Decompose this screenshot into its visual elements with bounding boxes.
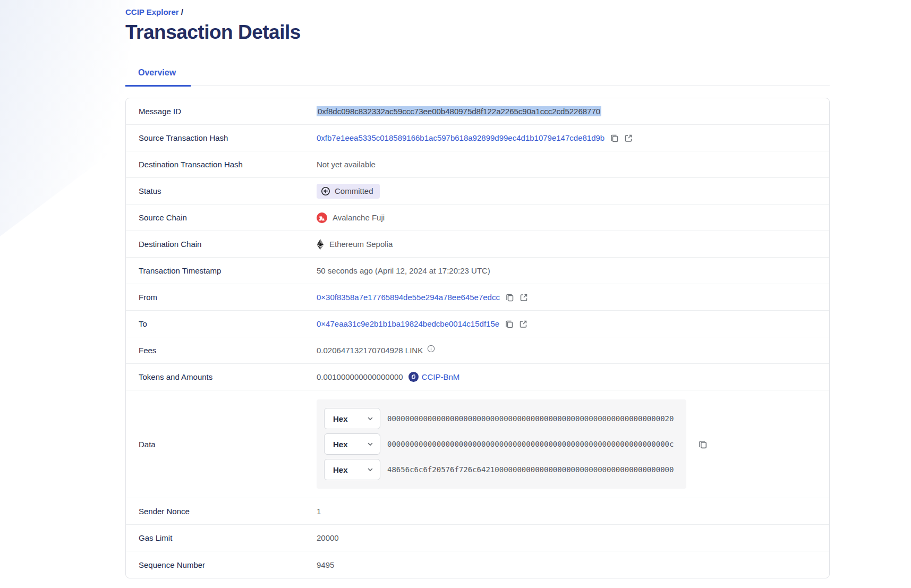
table-row-sequence-number: Sequence Number 9495 <box>126 551 829 578</box>
breadcrumb-separator: / <box>181 7 183 16</box>
encoding-select[interactable]: Hex <box>324 433 380 455</box>
external-link-icon[interactable] <box>624 133 633 143</box>
data-label: Data <box>126 440 317 449</box>
external-link-icon[interactable] <box>519 293 529 302</box>
chevron-down-icon <box>367 441 373 447</box>
transaction-details-page: CCIP Explorer / Transaction Details Over… <box>125 0 830 578</box>
table-row-from: From 0×30f8358a7e17765894de55e294a78ee64… <box>126 284 829 311</box>
fees-label: Fees <box>126 346 317 355</box>
from-label: From <box>126 293 317 302</box>
tab-overview[interactable]: Overview <box>125 64 191 87</box>
token-symbol-link[interactable]: CCIP-BnM <box>422 372 460 381</box>
source-chain-label: Source Chain <box>126 213 317 222</box>
data-line: Hex 48656c6c6f20576f726c6421000000000000… <box>324 459 679 480</box>
message-id-label: Message ID <box>126 107 317 116</box>
encoding-select-value: Hex <box>333 414 348 423</box>
dest-chain-label: Destination Chain <box>126 240 317 249</box>
table-row-tokens: Tokens and Amounts 0.001000000000000000 … <box>126 364 829 390</box>
encoding-select-value: Hex <box>333 465 348 474</box>
data-hex-value: 48656c6c6f20576f726c64210000000000000000… <box>387 465 674 474</box>
copy-icon[interactable] <box>505 319 514 329</box>
table-row-to: To 0×47eaa31c9e2b1b1ba19824bedcbe0014c15… <box>126 311 829 337</box>
source-tx-hash-link[interactable]: 0xfb7e1eea5335c018589166b1ac597b618a9289… <box>317 133 605 142</box>
encoding-select-value: Hex <box>333 440 348 449</box>
table-row-source-chain: Source Chain Avalanche Fuji <box>126 204 829 231</box>
chevron-down-icon <box>367 466 373 473</box>
copy-icon[interactable] <box>698 439 708 449</box>
fees-value: 0.020647132170704928 LINK <box>317 346 423 355</box>
background-gradient-decoration <box>0 0 135 236</box>
table-row-message-id: Message ID 0xf8dc098c832332ac59ccc73ee00… <box>126 98 829 125</box>
status-label: Status <box>126 186 317 195</box>
dest-tx-hash-value: Not yet available <box>317 160 376 169</box>
to-address-link[interactable]: 0×47eaa31c9e2b1b1ba19824bedcbe0014c15df1… <box>317 319 499 328</box>
dest-tx-hash-label: Destination Transaction Hash <box>126 160 317 169</box>
chevron-down-icon <box>367 415 373 422</box>
timestamp-value: 50 seconds ago (April 12, 2024 at 17:20:… <box>317 266 490 275</box>
table-row-source-tx-hash: Source Transaction Hash 0xfb7e1eea5335c0… <box>126 125 829 151</box>
status-badge-text: Committed <box>335 186 373 195</box>
timestamp-label: Transaction Timestamp <box>126 266 317 275</box>
source-chain-value: Avalanche Fuji <box>333 213 385 222</box>
info-icon[interactable] <box>427 345 435 353</box>
to-label: To <box>126 319 317 328</box>
transaction-details-card: Message ID 0xf8dc098c832332ac59ccc73ee00… <box>125 98 830 578</box>
encoding-select[interactable]: Hex <box>324 459 380 480</box>
data-line: Hex 000000000000000000000000000000000000… <box>324 408 679 429</box>
external-link-icon[interactable] <box>518 319 528 329</box>
encoding-select[interactable]: Hex <box>324 408 380 429</box>
table-row-status: Status Committed <box>126 178 829 204</box>
sender-nonce-label: Sender Nonce <box>126 507 317 516</box>
token-amount: 0.001000000000000000 <box>317 372 403 381</box>
sequence-number-value: 9495 <box>317 560 334 569</box>
copy-icon[interactable] <box>505 293 515 302</box>
table-row-dest-tx-hash: Destination Transaction Hash Not yet ava… <box>126 151 829 178</box>
copy-icon[interactable] <box>610 133 619 143</box>
gas-limit-value: 20000 <box>317 533 339 542</box>
gas-limit-label: Gas Limit <box>126 533 317 542</box>
data-hex-value: 0000000000000000000000000000000000000000… <box>387 414 674 423</box>
data-hex-panel: Hex 000000000000000000000000000000000000… <box>317 399 686 489</box>
tab-bar: Overview <box>125 64 830 86</box>
page-title: Transaction Details <box>125 21 830 44</box>
data-hex-value: 0000000000000000000000000000000000000000… <box>387 440 674 448</box>
ccip-bnm-token-icon <box>408 372 419 382</box>
source-tx-hash-label: Source Transaction Hash <box>126 133 317 142</box>
sender-nonce-value: 1 <box>317 507 321 516</box>
table-row-sender-nonce: Sender Nonce 1 <box>126 498 829 525</box>
table-row-timestamp: Transaction Timestamp 50 seconds ago (Ap… <box>126 258 829 284</box>
message-id-value: 0xf8dc098c832332ac59ccc73ee00b480975d8f1… <box>317 106 601 116</box>
breadcrumb: CCIP Explorer / <box>125 0 830 16</box>
table-row-gas-limit: Gas Limit 20000 <box>126 525 829 551</box>
table-row-fees: Fees 0.020647132170704928 LINK <box>126 337 829 364</box>
table-row-dest-chain: Destination Chain Ethereum Sepolia <box>126 231 829 258</box>
status-badge: Committed <box>317 184 380 199</box>
breadcrumb-ccip-explorer-link[interactable]: CCIP Explorer <box>125 7 179 16</box>
from-address-link[interactable]: 0×30f8358a7e17765894de55e294a78ee645e7ed… <box>317 293 500 302</box>
data-line: Hex 000000000000000000000000000000000000… <box>324 433 679 455</box>
dest-chain-value: Ethereum Sepolia <box>329 240 393 249</box>
ethereum-icon <box>317 239 324 250</box>
committed-status-icon <box>321 186 330 196</box>
avalanche-icon <box>317 212 327 223</box>
table-row-data: Data Hex 0000000000000000000000000000000… <box>126 390 829 498</box>
sequence-number-label: Sequence Number <box>126 560 317 569</box>
tokens-label: Tokens and Amounts <box>126 372 317 381</box>
